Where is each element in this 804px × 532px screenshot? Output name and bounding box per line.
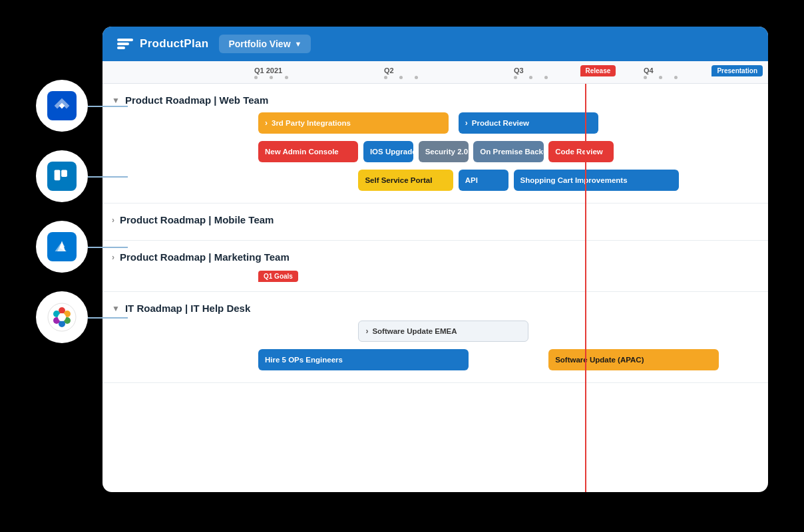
quarter-q3: Q3 Release <box>508 65 638 80</box>
web-bar-row-2: New Admin Console IOS Upgrade Security 2… <box>258 140 759 165</box>
q2-dot-2 <box>399 76 403 79</box>
web-team-title: Product Roadmap | Web Team <box>125 94 268 106</box>
bar-self-service-label: Self Service Portal <box>365 176 432 184</box>
group-web-header: ▼ Product Roadmap | Web Team <box>102 92 768 111</box>
svg-rect-11 <box>117 43 129 45</box>
bar-shopping-cart[interactable]: Shopping Cart Improvements <box>514 170 679 191</box>
bar-software-apac[interactable]: Software Update (APAC) <box>548 349 719 370</box>
q3-dot-1 <box>514 76 517 79</box>
q1-dot-1 <box>254 76 258 79</box>
bar-api-label: API <box>465 176 478 184</box>
q4-dot-3 <box>674 76 678 79</box>
q2-label: Q2 <box>384 66 503 74</box>
bar-self-service[interactable]: Self Service Portal <box>358 170 453 191</box>
bar-security[interactable]: Security 2.0 <box>419 141 469 162</box>
q1-dot-2 <box>270 76 273 79</box>
app-window: ProductPlan Portfolio View ▼ Q1 2021 <box>102 27 768 492</box>
portfolio-view-label: Portfolio View <box>228 39 290 49</box>
group-it-helpdesk: ▼ IT Roadmap | IT Help Desk › Software U… <box>102 292 768 383</box>
bar-code-review[interactable]: Code Review <box>548 141 614 162</box>
header-logo: ProductPlan <box>116 35 208 53</box>
q1-goals-area: Q1 Goals <box>102 269 768 282</box>
q1-label: Q1 2021 <box>254 66 373 74</box>
it-bars-area: › Software Update EMEA Hire 5 OPs Engine… <box>112 319 759 373</box>
group-mobile-header: › Product Roadmap | Mobile Team <box>102 211 768 231</box>
content-area: ▼ Product Roadmap | Web Team › 3rd Party… <box>102 84 768 492</box>
svg-rect-0 <box>55 170 61 180</box>
it-expand-icon[interactable]: ▼ <box>112 304 120 313</box>
it-bar-row-2: Hire 5 OPs Engineers Software Update (AP… <box>258 348 759 373</box>
app-header: ProductPlan Portfolio View ▼ <box>102 27 768 61</box>
bar-security-label: Security 2.0 <box>425 148 469 156</box>
bar-new-admin-label: New Admin Console <box>265 148 339 156</box>
svg-rect-10 <box>117 39 133 41</box>
q3-dot-3 <box>544 76 548 79</box>
trello-integration-icon[interactable] <box>36 150 88 202</box>
mobile-team-title: Product Roadmap | Mobile Team <box>120 214 274 225</box>
group-mobile-team: › Product Roadmap | Mobile Team <box>102 203 768 241</box>
it-bar-row-1: › Software Update EMEA <box>258 319 759 344</box>
marketing-team-title: Product Roadmap | Marketing Team <box>120 251 290 263</box>
expand-arrow-icon: › <box>265 118 268 128</box>
bar-on-premise[interactable]: On Premise Backup <box>473 141 543 162</box>
q2-dot-1 <box>384 76 387 79</box>
q4-dot-1 <box>644 76 647 79</box>
jira-integration-icon[interactable] <box>36 80 88 132</box>
emea-expand-arrow: › <box>365 327 368 336</box>
quarters-area: Q1 2021 Q2 <box>249 65 768 80</box>
group-it-header: ▼ IT Roadmap | IT Help Desk <box>102 300 768 319</box>
bar-product-review-label: Product Review <box>472 119 529 127</box>
q2-dot-3 <box>415 76 418 79</box>
bar-software-emea-label: Software Update EMEA <box>372 327 457 335</box>
web-bars-area: › 3rd Party Integrations › Product Revie… <box>112 111 759 194</box>
timeline-header: Q1 2021 Q2 <box>102 61 768 84</box>
q3-dot-2 <box>529 76 532 79</box>
scene: ProductPlan Portfolio View ▼ Q1 2021 <box>36 27 768 505</box>
group-marketing-team: › Product Roadmap | Marketing Team Q1 Go… <box>102 241 768 292</box>
chevron-down-icon: ▼ <box>295 40 302 48</box>
label-col-spacer <box>102 65 249 80</box>
side-icons <box>36 80 88 343</box>
q1-goals-badge: Q1 Goals <box>258 271 298 282</box>
q1-dot-3 <box>285 76 288 79</box>
bar-ios-upgrade-label: IOS Upgrade <box>370 148 413 156</box>
bar-code-review-label: Code Review <box>555 148 603 156</box>
logo-text: ProductPlan <box>140 37 208 51</box>
svg-rect-1 <box>61 170 67 177</box>
bar-3rd-party[interactable]: › 3rd Party Integrations <box>258 112 449 134</box>
bar-software-emea[interactable]: › Software Update EMEA <box>358 321 528 342</box>
bar-new-admin[interactable]: New Admin Console <box>258 141 358 162</box>
quarter-q2: Q2 <box>379 65 508 80</box>
quarter-q4: Q4 Presentation <box>638 65 768 80</box>
quarter-q1: Q1 2021 <box>249 65 379 80</box>
bar-software-apac-label: Software Update (APAC) <box>555 356 644 364</box>
presentation-milestone-badge: Presentation <box>711 65 763 76</box>
expand-arrow-icon-2: › <box>465 118 468 128</box>
portfolio-view-button[interactable]: Portfolio View ▼ <box>219 35 311 53</box>
productplan-logo-icon <box>116 35 134 53</box>
bar-on-premise-label: On Premise Backup <box>480 148 543 156</box>
bar-api[interactable]: API <box>459 170 508 191</box>
group-web-team: ▼ Product Roadmap | Web Team › 3rd Party… <box>102 84 768 203</box>
it-helpdesk-title: IT Roadmap | IT Help Desk <box>125 303 250 314</box>
svg-rect-12 <box>117 47 125 49</box>
petal-integration-icon[interactable] <box>36 291 88 343</box>
group-marketing-header: › Product Roadmap | Marketing Team <box>102 249 768 268</box>
bar-3rd-party-label: 3rd Party Integrations <box>272 119 351 127</box>
mobile-expand-icon[interactable]: › <box>112 215 114 225</box>
bar-shopping-cart-label: Shopping Cart Improvements <box>520 176 628 184</box>
bar-hire-engineers[interactable]: Hire 5 OPs Engineers <box>258 349 469 370</box>
web-bar-row-1: › 3rd Party Integrations › Product Revie… <box>258 111 759 136</box>
web-bar-row-3: Self Service Portal API Shopping Cart Im… <box>258 168 759 194</box>
release-milestone-badge: Release <box>580 65 616 76</box>
marketing-expand-icon[interactable]: › <box>112 253 114 262</box>
svg-point-9 <box>58 313 66 321</box>
bar-ios-upgrade[interactable]: IOS Upgrade <box>363 141 413 162</box>
web-expand-icon[interactable]: ▼ <box>112 96 120 105</box>
bar-product-review[interactable]: › Product Review <box>459 112 599 134</box>
q4-dot-2 <box>659 76 662 79</box>
azure-integration-icon[interactable] <box>36 221 88 273</box>
bar-hire-engineers-label: Hire 5 OPs Engineers <box>265 356 343 364</box>
